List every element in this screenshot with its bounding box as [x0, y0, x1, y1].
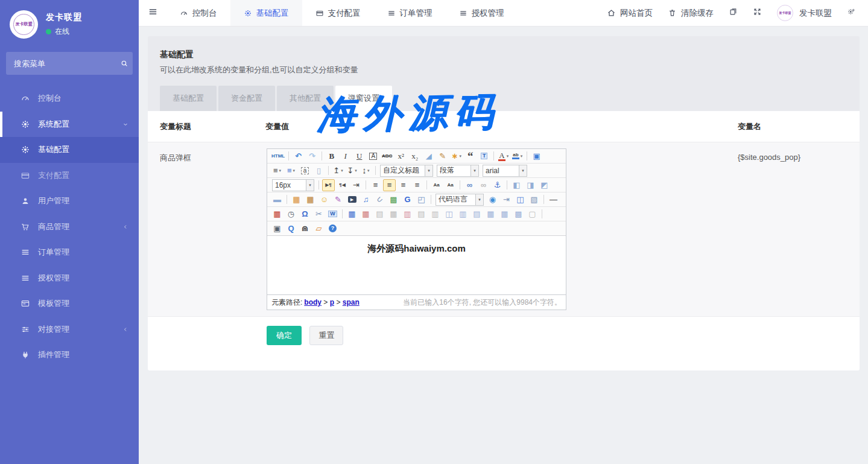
chart-button[interactable]: ▢: [526, 208, 539, 220]
image-inline-button[interactable]: ◨: [524, 179, 537, 191]
split-cells-button[interactable]: ▩: [512, 208, 525, 220]
tab-popup[interactable]: 弹窗设置: [335, 86, 392, 111]
to-lowercase-button[interactable]: Aa: [444, 179, 457, 191]
sidebar-item-system-config[interactable]: 系统配置: [0, 112, 139, 138]
search-replace-button[interactable]: ⋒: [299, 223, 311, 235]
font-size-select[interactable]: 16px▾: [272, 179, 314, 191]
template-button[interactable]: ◫: [514, 194, 527, 206]
direction-ltr-button[interactable]: ▶¶: [322, 179, 335, 191]
sidebar-item-payment-config[interactable]: 支付配置: [0, 163, 139, 189]
huaban-button[interactable]: ◉: [486, 194, 499, 206]
insert-date-button[interactable]: ▦: [271, 208, 284, 220]
sidebar-item-plugin-management[interactable]: 插件管理: [0, 342, 139, 368]
insert-table-button[interactable]: ▦: [346, 208, 358, 220]
sidebar-item-user-management[interactable]: 用户管理: [0, 188, 139, 214]
direction-rtl-button[interactable]: ¶◀: [336, 179, 349, 191]
background-button[interactable]: ▧: [528, 194, 540, 206]
sidebar-item-auth-management[interactable]: 授权管理: [0, 265, 139, 291]
word-image-button[interactable]: W: [326, 208, 339, 220]
avatar[interactable]: 发卡联盟: [10, 10, 38, 39]
scrawl-button[interactable]: ✎: [332, 194, 344, 206]
image-float-right-button[interactable]: ◩: [538, 179, 551, 191]
paste-template-button[interactable]: ▱: [312, 223, 325, 235]
code-language-select[interactable]: 代码语言▾: [436, 194, 484, 206]
gmap-button[interactable]: G: [401, 194, 414, 206]
align-justify-button[interactable]: ≡: [411, 179, 423, 191]
merge-down-button[interactable]: ▤: [470, 208, 483, 220]
sidebar-item-dashboard[interactable]: 控制台: [0, 86, 139, 112]
batch-image-button[interactable]: ▦: [304, 194, 317, 206]
blockquote-button[interactable]: “: [464, 150, 477, 162]
help-button[interactable]: ?: [326, 223, 339, 235]
video-button[interactable]: ▶: [346, 194, 358, 206]
insert-time-button[interactable]: ◷: [285, 208, 297, 220]
topnav-dashboard[interactable]: 控制台: [166, 0, 230, 26]
link-button[interactable]: ∞: [463, 179, 476, 191]
font-color-button[interactable]: A▾: [497, 150, 510, 162]
font-family-select[interactable]: arial▾: [483, 165, 527, 177]
format-brush-button[interactable]: ✎: [436, 150, 449, 162]
emotion-button[interactable]: ☺: [318, 194, 331, 206]
auto-typeset-button[interactable]: ∗▾: [450, 150, 463, 162]
superscript-button[interactable]: x²: [394, 150, 407, 162]
align-left-button[interactable]: ≡: [369, 179, 382, 191]
to-uppercase-button[interactable]: Aa: [430, 179, 443, 191]
insert-iframe-button[interactable]: ◰: [415, 194, 428, 206]
split-rows-button[interactable]: ▦: [484, 208, 497, 220]
insert-image-button[interactable]: ▦: [290, 194, 303, 206]
delete-row-button[interactable]: ▤: [415, 208, 428, 220]
tab-basic[interactable]: 基础配置: [160, 86, 217, 111]
clear-doc-button[interactable]: ▯: [312, 165, 325, 177]
sidebar-item-basic-config[interactable]: 基础配置: [0, 137, 139, 163]
anchor-button[interactable]: ⚓: [491, 179, 504, 191]
topnav-payment-config[interactable]: 支付配置: [302, 0, 374, 26]
search-icon[interactable]: [120, 59, 128, 68]
insert-row-button[interactable]: ▦: [387, 208, 400, 220]
table-title-button[interactable]: ▤: [373, 208, 386, 220]
image-float-left-button[interactable]: ◧: [510, 179, 523, 191]
preview-button[interactable]: Q: [285, 223, 297, 235]
align-center-button[interactable]: ≡: [383, 179, 396, 191]
italic-button[interactable]: I: [339, 150, 352, 162]
delete-col-button[interactable]: ▥: [429, 208, 442, 220]
tab-other[interactable]: 其他配置: [277, 86, 334, 111]
print-button[interactable]: ▣: [271, 223, 284, 235]
topnav-order-management[interactable]: 订单管理: [374, 0, 446, 26]
paste-plain-button[interactable]: T: [478, 150, 490, 162]
path-link-p[interactable]: p: [330, 298, 334, 307]
tab-funds[interactable]: 资金配置: [218, 86, 275, 111]
attachment-button[interactable]: ∪: [373, 194, 386, 206]
path-link-span[interactable]: span: [343, 298, 360, 307]
merge-right-button[interactable]: ▥: [457, 208, 469, 220]
horizontal-rule-button[interactable]: —: [547, 194, 560, 206]
sidebar-item-order-management[interactable]: 订单管理: [0, 240, 139, 265]
refresh-pages-button[interactable]: [729, 7, 738, 19]
paragraph-spacing-bottom-button[interactable]: ↧▾: [346, 165, 358, 177]
select-all-button[interactable]: a: [299, 165, 311, 177]
clear-cache-link[interactable]: 清除缓存: [668, 8, 714, 19]
source-code-button[interactable]: HTML: [271, 150, 285, 162]
editor-fullscreen-button[interactable]: ▣: [530, 150, 543, 162]
sidebar-item-goods-management[interactable]: 商品管理: [0, 214, 139, 240]
subscript-button[interactable]: x₂: [408, 150, 421, 162]
strikethrough-button[interactable]: ABC: [381, 150, 393, 162]
underline-button[interactable]: U: [353, 150, 366, 162]
unlink-button[interactable]: ∞: [477, 179, 490, 191]
paragraph-spacing-top-button[interactable]: ↥▾: [332, 165, 344, 177]
editor-content-area[interactable]: 海外源码haiwaiym.com: [267, 236, 566, 294]
redo-button[interactable]: ↷: [306, 150, 318, 162]
insert-col-button[interactable]: ▥: [401, 208, 414, 220]
path-link-body[interactable]: body: [304, 298, 322, 307]
fullscreen-button[interactable]: [753, 7, 762, 19]
remove-format-button[interactable]: ◢: [422, 150, 435, 162]
indent-button[interactable]: ⇥: [350, 179, 363, 191]
sidebar-item-docking-management[interactable]: 对接管理: [0, 317, 139, 343]
page-break-button[interactable]: ⇥: [500, 194, 513, 206]
topnav-basic-config[interactable]: 基础配置: [230, 0, 302, 26]
split-cols-button[interactable]: ▦: [498, 208, 511, 220]
settings-button[interactable]: [847, 7, 856, 19]
confirm-button[interactable]: 确定: [267, 326, 302, 345]
bold-button[interactable]: B: [325, 150, 338, 162]
music-button[interactable]: ♫: [360, 194, 372, 206]
search-input[interactable]: [14, 59, 120, 68]
